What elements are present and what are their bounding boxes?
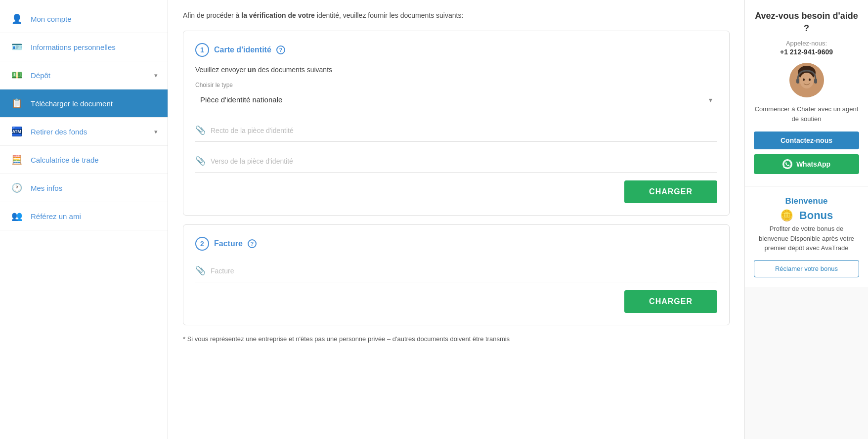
sidebar-label-informations-personnelles: Informations personnelles — [31, 43, 158, 51]
calculatrice-trade-icon: 🧮 — [10, 153, 24, 167]
sidebar-label-depot: Dépôt — [31, 71, 147, 80]
section-subtitle-1: Veuillez envoyer un des documents suivan… — [195, 66, 717, 74]
svg-point-4 — [809, 79, 811, 81]
claim-bonus-button[interactable]: Réclamer votre bonus — [754, 260, 859, 277]
type-select-wrapper: Pièce d'identité nationalePasseportPermi… — [195, 90, 717, 109]
help-widget: Avez-vous besoin d'aide ? Appelez-nous: … — [745, 0, 868, 186]
help-phone-label: Appelez-nous: — [754, 40, 859, 47]
sidebar-label-calculatrice-trade: Calculatrice de trade — [31, 156, 158, 164]
retirer-fonds-icon: 🏧 — [10, 125, 24, 138]
sidebar: 👤Mon compte🪪Informations personnelles💵Dé… — [0, 0, 168, 439]
whatsapp-button[interactable]: WhatsApp — [754, 154, 859, 174]
section-carte-identite: 1 Carte d'identité ? Veuillez envoyer un… — [183, 31, 730, 216]
bonus-coins-icon: 🪙 — [780, 209, 793, 221]
recto-file-input[interactable]: 📎 Recto de la pièce d'identité — [195, 119, 717, 142]
help-icon-1[interactable]: ? — [276, 45, 285, 54]
mes-infos-icon: 🕐 — [10, 181, 24, 195]
sidebar-label-mon-compte: Mon compte — [31, 15, 158, 23]
svg-rect-6 — [814, 79, 817, 84]
avatar — [789, 63, 824, 97]
verso-placeholder: Verso de la pièce d'identité — [211, 157, 293, 165]
informations-personnelles-icon: 🪪 — [10, 40, 24, 54]
intro-text: Afin de procéder à la vérification de vo… — [183, 0, 730, 31]
sidebar-label-retirer-fonds: Retirer des fonds — [31, 128, 147, 136]
section-facture: 2 Facture ? 📎 Facture CHARGER — [183, 224, 730, 325]
referer-ami-icon: 👥 — [10, 209, 24, 223]
right-panel: Avez-vous besoin d'aide ? Appelez-nous: … — [744, 0, 868, 439]
sidebar-item-calculatrice-trade[interactable]: 🧮Calculatrice de trade — [0, 146, 168, 174]
sidebar-label-telecharger-document: Télécharger le document — [31, 99, 158, 108]
whatsapp-icon — [782, 159, 792, 169]
section-number-2: 2 — [195, 237, 209, 251]
svg-point-3 — [803, 79, 805, 81]
section-title-2: Facture — [214, 239, 243, 248]
bonus-description: Profiter de votre bonus de bienvenue Dis… — [754, 224, 859, 253]
sidebar-label-referer-ami: Référez un ami — [31, 212, 158, 220]
contact-button[interactable]: Contactez-nous — [754, 132, 859, 149]
select-label: Choisir le type — [195, 82, 717, 88]
sidebar-item-informations-personnelles[interactable]: 🪪Informations personnelles — [0, 33, 168, 61]
svg-rect-5 — [796, 79, 799, 84]
telecharger-document-icon: 📋 — [10, 96, 24, 110]
mon-compte-icon: 👤 — [10, 12, 24, 26]
verso-file-input[interactable]: 📎 Verso de la pièce d'identité — [195, 150, 717, 173]
svg-point-2 — [800, 73, 814, 88]
recto-placeholder: Recto de la pièce d'identité — [211, 127, 294, 134]
bonus-subtitle: 🪙 Bonus — [754, 209, 859, 222]
clip-icon-verso: 📎 — [195, 156, 206, 166]
bonus-widget: Bienvenue 🪙 Bonus Profiter de votre bonu… — [745, 186, 868, 287]
chevron-icon-retirer-fonds: ▾ — [154, 128, 158, 135]
section-title-1: Carte d'identité — [214, 45, 271, 54]
sidebar-item-depot[interactable]: 💵Dépôt▾ — [0, 61, 168, 89]
charger-button-2[interactable]: CHARGER — [624, 290, 717, 313]
clip-icon-recto: 📎 — [195, 125, 206, 135]
sidebar-item-telecharger-document[interactable]: 📋Télécharger le document — [0, 89, 168, 118]
help-phone: +1 212-941-9609 — [754, 48, 859, 56]
chevron-icon-depot: ▾ — [154, 72, 158, 79]
help-title: Avez-vous besoin d'aide ? — [754, 10, 859, 35]
main-content: Afin de procéder à la vérification de vo… — [168, 0, 744, 439]
depot-icon: 💵 — [10, 68, 24, 82]
sidebar-label-mes-infos: Mes infos — [31, 184, 158, 192]
help-icon-2[interactable]: ? — [248, 239, 257, 248]
sidebar-item-mes-infos[interactable]: 🕐Mes infos — [0, 174, 168, 202]
facture-file-input[interactable]: 📎 Facture — [195, 260, 717, 282]
section-number-1: 1 — [195, 43, 209, 57]
whatsapp-label: WhatsApp — [796, 160, 830, 168]
sidebar-item-mon-compte[interactable]: 👤Mon compte — [0, 5, 168, 33]
type-select[interactable]: Pièce d'identité nationalePasseportPermi… — [195, 90, 717, 109]
facture-placeholder: Facture — [211, 267, 234, 275]
sidebar-item-referer-ami[interactable]: 👥Référez un ami — [0, 202, 168, 230]
charger-button-1[interactable]: CHARGER — [624, 180, 717, 203]
footnote-text: * Si vous représentez une entreprise et … — [183, 334, 730, 344]
clip-icon-facture: 📎 — [195, 265, 206, 276]
bonus-title: Bienvenue — [754, 196, 859, 206]
sidebar-item-retirer-fonds[interactable]: 🏧Retirer des fonds▾ — [0, 118, 168, 146]
chat-description: Commencer à Chater avec un agent de sout… — [754, 104, 859, 124]
